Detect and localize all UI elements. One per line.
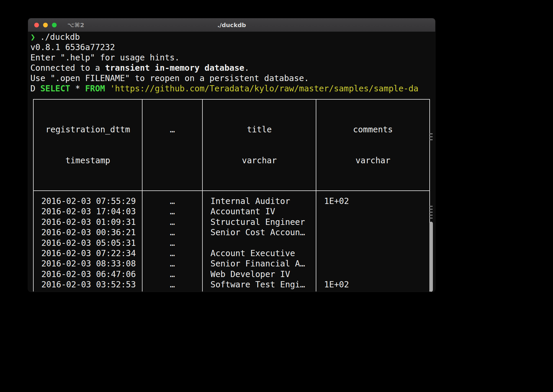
help-line: Enter ".help" for usage hints. <box>30 52 435 63</box>
table-cell: Senior Financial A… <box>202 258 316 269</box>
table-cell: Structural Engineer <box>202 217 316 227</box>
connected-suffix: . <box>244 63 249 73</box>
table-cell: 2016-02-03 08:33:08 <box>33 258 142 269</box>
table-cell: … <box>142 238 202 248</box>
version-line: v0.8.1 6536a77232 <box>30 42 435 52</box>
column-type: varchar <box>203 155 316 166</box>
table-row: 2016-02-03 07:22:34…Account Executive <box>33 248 430 258</box>
shell-prompt-line: ❯./duckdb <box>30 32 435 42</box>
table-cell: 2016-02-03 05:05:31 <box>33 238 142 248</box>
query-string-literal: 'https://github.com/Teradata/kylo/raw/ma… <box>110 84 418 93</box>
table-row: 2016-02-03 17:04:03…Accountant IV <box>33 206 430 217</box>
table-cell <box>316 227 430 238</box>
table-cell: 2016-02-03 17:04:03 <box>33 206 142 217</box>
table-cell: Software Test Engi… <box>202 279 316 290</box>
scrollbar-thumb[interactable] <box>429 222 433 292</box>
table-row: 2016-02-03 08:33:08…Senior Financial A… <box>33 258 430 269</box>
table-header-row: registration_dttm timestamp … title varc… <box>33 99 430 191</box>
table-cell: … <box>142 290 202 291</box>
table-row: 2016-02-03 18:29:47…Health Coach IV <box>33 290 430 291</box>
table-cell <box>202 238 316 248</box>
window-title: ./duckdb <box>28 22 435 29</box>
column-name: registration_dttm <box>34 124 142 135</box>
from-keyword: FROM <box>85 84 105 93</box>
table-row: 2016-02-03 00:36:21…Senior Cost Accoun… <box>33 227 430 238</box>
titlebar[interactable]: ⌥⌘2 ./duckdb <box>28 18 435 32</box>
connected-prefix: Connected to a <box>30 63 105 73</box>
connected-line: Connected to a transient in-memory datab… <box>30 63 435 73</box>
table-cell: 2016-02-03 03:52:53 <box>33 279 142 290</box>
duckdb-prompt: D <box>30 84 40 93</box>
table-cell: Senior Cost Accoun… <box>202 227 316 238</box>
table-cell: Accountant IV <box>202 206 316 217</box>
column-header-registration-dttm: registration_dttm timestamp <box>33 99 142 191</box>
table-cell <box>316 248 430 258</box>
prompt-chevron-icon: ❯ <box>30 32 35 42</box>
table-row: 2016-02-03 05:05:31… <box>33 238 430 248</box>
table-row: 2016-02-03 03:52:53…Software Test Engi…1… <box>33 279 430 290</box>
table-cell: 1E+02 <box>316 191 430 206</box>
table-cell: … <box>142 248 202 258</box>
scrollbar-mark <box>430 133 433 141</box>
table-cell: 2016-02-03 07:22:34 <box>33 248 142 258</box>
table-cell: … <box>142 269 202 279</box>
table-cell: Internal Auditor <box>202 191 316 206</box>
terminal-screen[interactable]: ❯./duckdb v0.8.1 6536a77232 Enter ".help… <box>28 32 435 291</box>
close-button[interactable] <box>34 23 39 27</box>
column-header-ellipsis: … <box>142 99 202 191</box>
table-cell: 2016-02-03 18:29:47 <box>33 290 142 291</box>
command-text: ./duckdb <box>40 32 80 42</box>
table-cell: … <box>142 258 202 269</box>
table-cell <box>316 258 430 269</box>
table-cell <box>316 290 430 291</box>
table-row: 2016-02-03 06:47:06…Web Developer IV <box>33 269 430 279</box>
open-hint-line: Use ".open FILENAME" to reopen on a pers… <box>30 73 435 83</box>
minimize-button[interactable] <box>43 23 48 27</box>
result-table-body: 2016-02-03 07:55:29…Internal Auditor1E+0… <box>33 191 430 291</box>
tab-shortcut-label: ⌥⌘2 <box>67 22 85 29</box>
column-type: varchar <box>316 155 429 166</box>
table-cell: Web Developer IV <box>202 269 316 279</box>
traffic-lights <box>28 23 57 27</box>
query-line: D SELECT * FROM 'https://github.com/Tera… <box>30 83 435 94</box>
table-cell: … <box>142 191 202 206</box>
table-cell <box>316 206 430 217</box>
table-cell <box>316 238 430 248</box>
table-cell: … <box>142 206 202 217</box>
column-name: … <box>143 124 202 135</box>
result-table: registration_dttm timestamp … title varc… <box>33 99 430 291</box>
table-cell <box>316 217 430 227</box>
star-segment: * <box>70 84 85 93</box>
table-cell: … <box>142 227 202 238</box>
connected-emphasis: transient in-memory database <box>105 63 244 73</box>
scrollbar-mark <box>430 206 433 219</box>
select-keyword: SELECT <box>40 84 70 93</box>
table-row: 2016-02-03 07:55:29…Internal Auditor1E+0… <box>33 191 430 206</box>
column-type <box>143 155 202 166</box>
table-cell <box>316 269 430 279</box>
column-type: timestamp <box>34 155 142 166</box>
table-cell: 2016-02-03 01:09:31 <box>33 217 142 227</box>
keyword-separator <box>105 84 110 93</box>
table-cell: 1E+02 <box>316 279 430 290</box>
table-cell: 2016-02-03 00:36:21 <box>33 227 142 238</box>
column-header-title: title varchar <box>202 99 316 191</box>
terminal-window: ⌥⌘2 ./duckdb ❯./duckdb v0.8.1 6536a77232… <box>28 18 435 292</box>
table-row: 2016-02-03 01:09:31…Structural Engineer <box>33 217 430 227</box>
table-cell: 2016-02-03 07:55:29 <box>33 191 142 206</box>
table-cell: … <box>142 217 202 227</box>
zoom-button[interactable] <box>52 23 57 27</box>
column-name: comments <box>316 124 429 135</box>
table-cell: 2016-02-03 06:47:06 <box>33 269 142 279</box>
table-cell: Health Coach IV <box>202 290 316 291</box>
table-cell: … <box>142 279 202 290</box>
table-cell: Account Executive <box>202 248 316 258</box>
column-header-comments: comments varchar <box>316 99 430 191</box>
column-name: title <box>203 124 316 135</box>
